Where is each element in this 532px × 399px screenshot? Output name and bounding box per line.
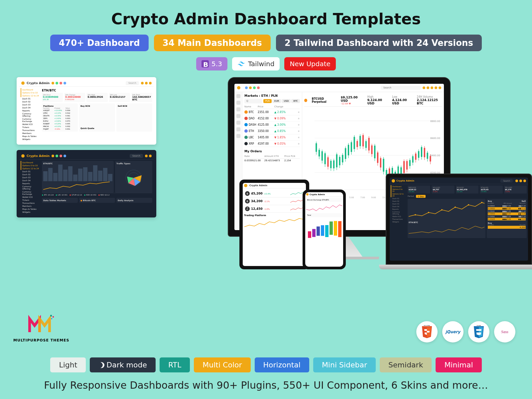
- option-semidark[interactable]: Semidark: [380, 357, 432, 372]
- laptop-mockup: Crypto Admin Search DashboardOptions 0 t…: [386, 174, 532, 269]
- brand: Crypto Admin: [27, 81, 50, 85]
- sidebar-item[interactable]: Dash 02: [21, 100, 41, 103]
- sidebar-item[interactable]: Widgets: [21, 138, 41, 141]
- market-tab[interactable]: BTC: [291, 99, 300, 103]
- pair-title: ETH/BTC: [42, 88, 152, 93]
- market-tab[interactable]: EUR: [272, 99, 281, 103]
- phone-mockup: Crypto Admin Bitcoin Exchange ETH/BTC To…: [303, 190, 346, 269]
- svg-rect-45: [362, 135, 364, 146]
- sidebar-item[interactable]: Dash 01: [21, 97, 41, 100]
- period-select[interactable]: 1 Day: [416, 195, 426, 198]
- market-row[interactable]: ETH3350.00▲ 0.85%★: [244, 128, 300, 134]
- svg-point-111: [415, 214, 416, 215]
- sidebar-item[interactable]: Transactions: [21, 129, 41, 132]
- search-input[interactable]: Search: [500, 179, 513, 183]
- market-row[interactable]: BTC2351.00▲ 2.85%★: [244, 109, 300, 115]
- option-mini-sidebar[interactable]: Mini Sidebar: [313, 357, 376, 372]
- badge-tailwind-tech: Tailwind: [232, 57, 280, 70]
- traffic-title: Traffic Types: [116, 162, 151, 165]
- svg-rect-91: [430, 156, 431, 161]
- svg-text:9:00: 9:00: [371, 196, 376, 199]
- svg-rect-57: [380, 158, 381, 168]
- sidebar-item[interactable]: Currency Exchange: [21, 117, 41, 123]
- svg-rect-27: [336, 154, 337, 167]
- svg-point-112: [428, 212, 429, 213]
- phone-chart: [306, 203, 342, 213]
- trading-title: Trading Platform: [243, 214, 306, 217]
- sidebar-item[interactable]: Currency Offering: [21, 112, 41, 117]
- badge-dashboards: 470+ Dashboard: [50, 35, 149, 51]
- btc-icon: [304, 99, 307, 102]
- svg-rect-106: [321, 225, 324, 236]
- svg-rect-21: [327, 157, 329, 167]
- market-row[interactable]: DAO4152.00▼ 0.09%★: [244, 115, 300, 122]
- positions-title: Positions: [43, 105, 76, 107]
- market-tab[interactable]: USD: [282, 99, 291, 103]
- market-row[interactable]: LBC1405.00▼ 1.85%★: [244, 134, 300, 141]
- market-tab[interactable]: PLN: [263, 99, 272, 103]
- market-row[interactable]: XRP4197.00▼ 0.05%★: [244, 141, 300, 147]
- svg-rect-15: [319, 150, 320, 157]
- svg-text:8600.00: 8600.00: [430, 137, 440, 140]
- badge-bootstrap: 5.3: [196, 57, 227, 70]
- svg-rect-118: [53, 316, 54, 318]
- svg-text:HTML: HTML: [424, 325, 430, 326]
- svg-rect-79: [412, 156, 413, 163]
- svg-rect-23: [330, 161, 332, 168]
- option-horizontal[interactable]: Horizontal: [255, 357, 309, 372]
- sidebar-item[interactable]: Reports: [21, 109, 41, 112]
- theme-options: Light Dark mode RTL Multi Color Horizont…: [0, 357, 532, 372]
- logo-icon: [21, 81, 25, 85]
- badge-new-update: New Update: [284, 57, 335, 70]
- svg-text:5:00: 5:00: [349, 196, 354, 199]
- option-minimal[interactable]: Minimal: [436, 357, 481, 372]
- sidebar-item[interactable]: Tickers: [21, 126, 41, 129]
- svg-rect-39: [354, 137, 355, 149]
- sidebar-item[interactable]: Maps & Tables: [21, 135, 41, 138]
- option-light[interactable]: Light: [50, 357, 86, 372]
- svg-rect-33: [345, 148, 346, 159]
- svg-rect-77: [409, 160, 411, 166]
- option-multi-color[interactable]: Multi Color: [194, 357, 250, 372]
- sidebar-item[interactable]: Members: [21, 132, 41, 135]
- preview-light-dashboard: Crypto Admin Search DashboardOptions 0 t…: [17, 77, 156, 145]
- search-input[interactable]: Search: [130, 154, 143, 158]
- page-title: Crypto Admin Dashboard Templates: [13, 10, 519, 28]
- moon-icon: [98, 362, 104, 368]
- trading-chart: [243, 217, 306, 230]
- market-row[interactable]: DASH4125.00▲ 3.00%★: [244, 122, 300, 128]
- top-badges: 470+ Dashboard 34 Main Dashboards 2 Tail…: [13, 35, 519, 51]
- tailwind-label: Tailwind: [248, 60, 275, 68]
- svg-text:CSS: CSS: [477, 325, 481, 326]
- option-rtl[interactable]: RTL: [160, 357, 190, 372]
- preview-dark-dashboard: Crypto Admin Search DashboardOptions 0 t…: [17, 150, 156, 217]
- brand: Crypto Admin: [27, 154, 50, 158]
- svg-rect-107: [325, 225, 329, 237]
- badge-tailwind: 2 Tailwind Dashboard with 24 Versions: [276, 35, 482, 51]
- svg-rect-55: [377, 153, 378, 163]
- orders-title: My Orders: [244, 150, 300, 153]
- sidebar-item[interactable]: Wallet ICO: [21, 123, 41, 126]
- exchange-card: Bitcoin Exchange ETH/BTC: [306, 198, 342, 202]
- svg-rect-53: [374, 146, 375, 158]
- option-dark-mode[interactable]: Dark mode: [90, 357, 156, 372]
- sell-title: Sell BCN: [118, 105, 151, 107]
- svg-rect-49: [368, 138, 370, 151]
- buy-title: Buy BCN: [80, 105, 114, 107]
- sidebar-item[interactable]: Dash 03: [21, 103, 41, 106]
- svg-rect-81: [415, 154, 416, 160]
- svg-rect-103: [308, 231, 311, 238]
- svg-point-115: [468, 204, 469, 205]
- search-input[interactable]: Search: [126, 81, 139, 85]
- svg-point-116: [481, 202, 482, 203]
- sidebar-item[interactable]: Dashboard: [21, 88, 41, 91]
- pair-title: ETH/BTC: [43, 162, 112, 165]
- svg-text:8400.00: 8400.00: [430, 154, 440, 157]
- svg-text:7:00: 7:00: [360, 196, 365, 199]
- svg-rect-59: [383, 159, 384, 172]
- search-input[interactable]: [381, 86, 421, 90]
- sidebar-item[interactable]: Options 0 to 10: [21, 91, 41, 94]
- sidebar-item[interactable]: Dash 04: [21, 106, 41, 109]
- sidebar-item[interactable]: Options 12 to 24: [21, 94, 41, 97]
- markets-search[interactable]: [244, 99, 262, 103]
